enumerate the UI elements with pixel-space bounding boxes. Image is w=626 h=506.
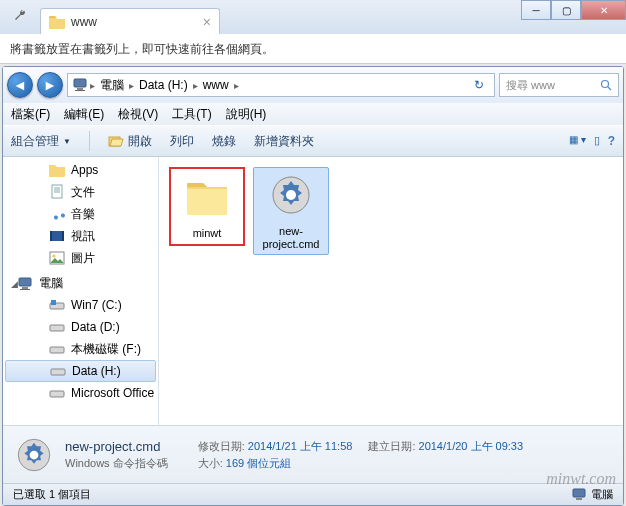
status-text: 已選取 1 個項目 bbox=[13, 487, 91, 502]
svg-rect-17 bbox=[20, 289, 30, 290]
svg-rect-19 bbox=[51, 300, 56, 305]
chrome-tab-bar: www × ─ ▢ ✕ bbox=[0, 0, 626, 34]
refresh-icon[interactable]: ↻ bbox=[468, 78, 490, 92]
file-label: minwt bbox=[175, 227, 239, 240]
breadcrumb-item[interactable]: 電腦 bbox=[97, 77, 127, 94]
search-placeholder: 搜尋 www bbox=[506, 78, 555, 93]
computer-icon bbox=[571, 488, 587, 502]
sidebar-drive-f[interactable]: 本機磁碟 (F:) bbox=[3, 338, 158, 360]
svg-point-3 bbox=[602, 81, 609, 88]
file-item-cmd[interactable]: new-project.cmd bbox=[253, 167, 329, 255]
menu-view[interactable]: 檢視(V) bbox=[118, 106, 158, 122]
svg-rect-12 bbox=[62, 231, 64, 241]
sidebar-item-apps[interactable]: Apps bbox=[3, 159, 158, 181]
wrench-icon[interactable] bbox=[12, 8, 28, 28]
sidebar: Apps 文件 音樂 視訊 圖片 ◢電腦 Win7 (C:) Data (D:)… bbox=[3, 157, 159, 425]
file-label: new-project.cmd bbox=[257, 225, 325, 251]
menu-help[interactable]: 說明(H) bbox=[226, 106, 267, 122]
details-pane: new-project.cmd Windows 命令指令碼 修改日期: 2014… bbox=[3, 425, 623, 483]
burn-button[interactable]: 燒錄 bbox=[212, 133, 236, 150]
svg-rect-15 bbox=[19, 278, 31, 286]
help-button[interactable]: ? bbox=[608, 134, 615, 148]
tab-close-icon[interactable]: × bbox=[203, 14, 211, 30]
tab-title: www bbox=[71, 15, 197, 29]
svg-rect-20 bbox=[50, 325, 64, 331]
breadcrumb-item[interactable]: www bbox=[200, 78, 232, 92]
watermark: minwt.com bbox=[546, 470, 616, 488]
svg-point-27 bbox=[30, 450, 39, 459]
file-panel[interactable]: minwt new-project.cmd bbox=[159, 157, 623, 425]
explorer-window: ◄ ► ▸ 電腦 ▸ Data (H:) ▸ www ▸ ↻ 搜尋 www 檔案… bbox=[2, 66, 624, 506]
minimize-button[interactable]: ─ bbox=[521, 0, 551, 20]
sidebar-item-music[interactable]: 音樂 bbox=[3, 203, 158, 225]
back-button[interactable]: ◄ bbox=[7, 72, 33, 98]
breadcrumb[interactable]: ▸ 電腦 ▸ Data (H:) ▸ www ▸ ↻ bbox=[67, 73, 495, 97]
bookmark-bar: 將書籤放置在書籤列上，即可快速前往各個網頁。 bbox=[0, 34, 626, 64]
computer-icon bbox=[17, 277, 33, 291]
sidebar-computer-header[interactable]: ◢電腦 bbox=[3, 269, 158, 294]
sidebar-item-pictures[interactable]: 圖片 bbox=[3, 247, 158, 269]
view-options-button[interactable]: ▦ ▾ bbox=[569, 134, 586, 148]
file-item-folder[interactable]: minwt bbox=[169, 167, 245, 246]
svg-rect-16 bbox=[22, 287, 28, 289]
menu-file[interactable]: 檔案(F) bbox=[11, 106, 50, 122]
detail-filename: new-project.cmd bbox=[65, 439, 168, 454]
svg-rect-1 bbox=[77, 88, 83, 90]
computer-icon bbox=[72, 78, 88, 92]
browser-tab[interactable]: www × bbox=[40, 8, 220, 34]
status-right: 電腦 bbox=[571, 487, 613, 502]
sidebar-drive-office[interactable]: Microsoft Office bbox=[3, 382, 158, 404]
breadcrumb-item[interactable]: Data (H:) bbox=[136, 78, 191, 92]
svg-line-4 bbox=[608, 87, 611, 90]
svg-rect-11 bbox=[50, 231, 52, 241]
detail-created: 2014/1/20 上午 09:33 bbox=[419, 440, 524, 452]
doc-icon bbox=[49, 184, 65, 200]
close-button[interactable]: ✕ bbox=[581, 0, 626, 20]
music-icon bbox=[49, 206, 65, 222]
menu-bar: 檔案(F) 編輯(E) 檢視(V) 工具(T) 說明(H) bbox=[3, 103, 623, 125]
drive-icon bbox=[49, 320, 65, 334]
folder-icon bbox=[49, 15, 65, 29]
menu-tools[interactable]: 工具(T) bbox=[172, 106, 211, 122]
drive-win-icon bbox=[49, 298, 65, 312]
svg-rect-22 bbox=[51, 369, 65, 375]
svg-point-14 bbox=[53, 255, 56, 258]
picture-icon bbox=[49, 251, 65, 265]
video-icon bbox=[49, 229, 65, 243]
svg-rect-23 bbox=[50, 391, 64, 397]
toolbar: 組合管理 ▼ 開啟 列印 燒錄 新增資料夾 ▦ ▾ ▯ ? bbox=[3, 125, 623, 157]
open-button[interactable]: 開啟 bbox=[108, 133, 152, 150]
sidebar-item-documents[interactable]: 文件 bbox=[3, 181, 158, 203]
menu-edit[interactable]: 編輯(E) bbox=[64, 106, 104, 122]
print-button[interactable]: 列印 bbox=[170, 133, 194, 150]
window-controls: ─ ▢ ✕ bbox=[521, 0, 626, 20]
maximize-button[interactable]: ▢ bbox=[551, 0, 581, 20]
forward-button[interactable]: ► bbox=[37, 72, 63, 98]
preview-pane-button[interactable]: ▯ bbox=[594, 134, 600, 148]
folder-icon bbox=[49, 163, 65, 177]
search-input[interactable]: 搜尋 www bbox=[499, 73, 619, 97]
drive-icon bbox=[49, 386, 65, 400]
status-bar: 已選取 1 個項目 電腦 bbox=[3, 483, 623, 505]
sidebar-drive-h[interactable]: Data (H:) bbox=[5, 360, 156, 382]
svg-rect-10 bbox=[50, 231, 64, 241]
cmd-icon bbox=[267, 171, 315, 219]
detail-modified: 2014/1/21 上午 11:58 bbox=[248, 440, 353, 452]
newfolder-button[interactable]: 新增資料夾 bbox=[254, 133, 314, 150]
svg-rect-28 bbox=[573, 489, 585, 497]
open-icon bbox=[108, 134, 124, 148]
svg-rect-2 bbox=[75, 90, 85, 91]
folder-icon bbox=[183, 173, 231, 221]
detail-size: 169 個位元組 bbox=[226, 457, 291, 469]
sidebar-drive-c[interactable]: Win7 (C:) bbox=[3, 294, 158, 316]
drive-icon bbox=[49, 342, 65, 356]
organize-button[interactable]: 組合管理 ▼ bbox=[11, 133, 71, 150]
cmd-icon bbox=[13, 434, 55, 476]
sidebar-item-videos[interactable]: 視訊 bbox=[3, 225, 158, 247]
search-icon bbox=[600, 79, 612, 91]
svg-rect-0 bbox=[74, 79, 86, 87]
svg-rect-29 bbox=[576, 498, 582, 500]
content-area: Apps 文件 音樂 視訊 圖片 ◢電腦 Win7 (C:) Data (D:)… bbox=[3, 157, 623, 425]
sidebar-drive-d[interactable]: Data (D:) bbox=[3, 316, 158, 338]
svg-point-25 bbox=[286, 190, 296, 200]
